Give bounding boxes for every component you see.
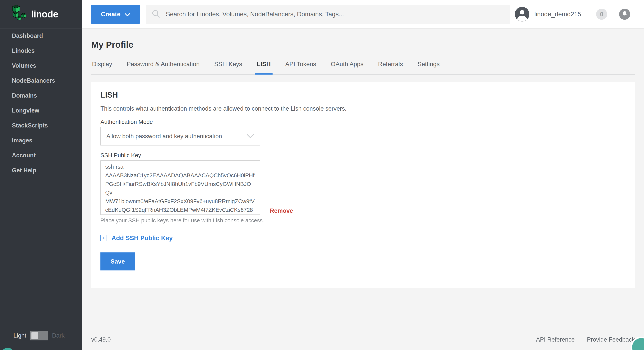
sidebar-item-label: Get Help bbox=[12, 167, 36, 174]
notification-count-badge[interactable]: 0 bbox=[596, 9, 607, 20]
sidebar-nav: Dashboard Linodes Volumes NodeBalancers … bbox=[0, 28, 82, 178]
sidebar-item-volumes[interactable]: Volumes bbox=[0, 58, 82, 73]
tab-ssh-keys[interactable]: SSH Keys bbox=[214, 60, 243, 74]
linode-logo-text: linode bbox=[31, 9, 58, 20]
search-input[interactable] bbox=[166, 10, 504, 18]
sidebar-item-dashboard[interactable]: Dashboard bbox=[0, 28, 82, 43]
select-chevron-down-icon bbox=[247, 133, 254, 140]
sidebar-item-label: Images bbox=[12, 137, 32, 144]
provide-feedback-link[interactable]: Provide Feedback bbox=[587, 336, 635, 343]
ssh-public-key-textarea[interactable]: ssh-rsa AAAAB3NzaC1yc2EAAAADAQABAAACAQCh… bbox=[100, 160, 260, 215]
add-ssh-public-key-button[interactable]: Add SSH Public Key bbox=[100, 234, 626, 242]
tab-oauth-apps[interactable]: OAuth Apps bbox=[330, 60, 364, 74]
username[interactable]: linode_demo215 bbox=[534, 10, 581, 18]
lish-heading: LISH bbox=[100, 91, 626, 99]
tab-lish[interactable]: LISH bbox=[256, 60, 272, 74]
create-button[interactable]: Create bbox=[91, 4, 140, 24]
sidebar-item-nodebalancers[interactable]: NodeBalancers bbox=[0, 73, 82, 88]
sidebar-item-longview[interactable]: Longview bbox=[0, 103, 82, 118]
tab-api-tokens[interactable]: API Tokens bbox=[284, 60, 317, 74]
lish-description: This controls what authentication method… bbox=[100, 105, 626, 112]
sidebar-item-label: Dashboard bbox=[12, 32, 43, 39]
search-icon bbox=[152, 10, 160, 19]
footer-links: API Reference Provide Feedback bbox=[536, 336, 635, 343]
tab-referrals[interactable]: Referrals bbox=[377, 60, 404, 74]
sidebar-item-label: NodeBalancers bbox=[12, 77, 55, 84]
authentication-mode-select[interactable]: Allow both password and key authenticati… bbox=[100, 127, 260, 146]
notifications-bell-button[interactable] bbox=[619, 9, 630, 20]
main-content: My Profile Display Password & Authentica… bbox=[82, 28, 644, 350]
save-button[interactable]: Save bbox=[100, 252, 135, 270]
theme-toggle[interactable] bbox=[30, 331, 48, 340]
ssh-public-key-label: SSH Public Key bbox=[100, 152, 626, 158]
sidebar-item-linodes[interactable]: Linodes bbox=[0, 43, 82, 58]
api-reference-link[interactable]: API Reference bbox=[536, 336, 575, 343]
topbar: Create linode_demo215 0 bbox=[82, 0, 644, 28]
theme-toggle-knob bbox=[32, 332, 38, 339]
app-version: v0.49.0 bbox=[91, 336, 111, 343]
ssh-key-helper-text: Place your SSH public keys here for use … bbox=[100, 217, 626, 224]
authentication-mode-value: Allow both password and key authenticati… bbox=[106, 133, 222, 140]
user-avatar[interactable] bbox=[515, 7, 530, 22]
footer: v0.49.0 API Reference Provide Feedback bbox=[91, 336, 635, 350]
bell-icon bbox=[622, 10, 628, 18]
sidebar-item-account[interactable]: Account bbox=[0, 148, 82, 163]
sidebar-item-get-help[interactable]: Get Help bbox=[0, 163, 82, 178]
sidebar-item-images[interactable]: Images bbox=[0, 133, 82, 148]
sidebar-item-label: Account bbox=[12, 152, 36, 159]
user-area: linode_demo215 0 bbox=[515, 7, 644, 22]
sidebar-item-label: Domains bbox=[12, 92, 37, 99]
create-button-label: Create bbox=[101, 10, 120, 18]
auth-mode-label: Authentication Mode bbox=[100, 119, 626, 125]
add-ssh-public-key-label: Add SSH Public Key bbox=[112, 234, 173, 242]
sidebar-item-stackscripts[interactable]: StackScripts bbox=[0, 118, 82, 133]
theme-switcher: Light Dark bbox=[0, 321, 82, 350]
search-bar bbox=[146, 4, 510, 24]
profile-tabs: Display Password & Authentication SSH Ke… bbox=[91, 60, 635, 74]
chevron-down-icon bbox=[125, 10, 130, 18]
linode-logo-icon bbox=[11, 4, 27, 24]
sidebar-item-domains[interactable]: Domains bbox=[0, 88, 82, 103]
sidebar-item-label: Linodes bbox=[12, 47, 35, 54]
sidebar-item-label: StackScripts bbox=[12, 122, 48, 129]
tab-display[interactable]: Display bbox=[91, 60, 113, 74]
theme-light-label: Light bbox=[14, 332, 26, 339]
user-icon bbox=[515, 7, 530, 22]
tab-password-authentication[interactable]: Password & Authentication bbox=[126, 60, 200, 74]
theme-dark-label: Dark bbox=[52, 332, 64, 339]
page-title: My Profile bbox=[91, 40, 635, 49]
plus-icon bbox=[100, 235, 107, 241]
sidebar-item-label: Longview bbox=[12, 107, 39, 114]
remove-key-link[interactable]: Remove bbox=[270, 208, 293, 214]
linode-logo[interactable]: linode bbox=[0, 0, 82, 28]
sidebar: linode Dashboard Linodes Volumes NodeBal… bbox=[0, 0, 82, 350]
lish-panel: LISH This controls what authentication m… bbox=[91, 82, 635, 288]
sidebar-item-label: Volumes bbox=[12, 62, 36, 69]
ssh-key-row: ssh-rsa AAAAB3NzaC1yc2EAAAADAQABAAACAQCh… bbox=[100, 158, 626, 215]
tab-settings[interactable]: Settings bbox=[417, 60, 440, 74]
